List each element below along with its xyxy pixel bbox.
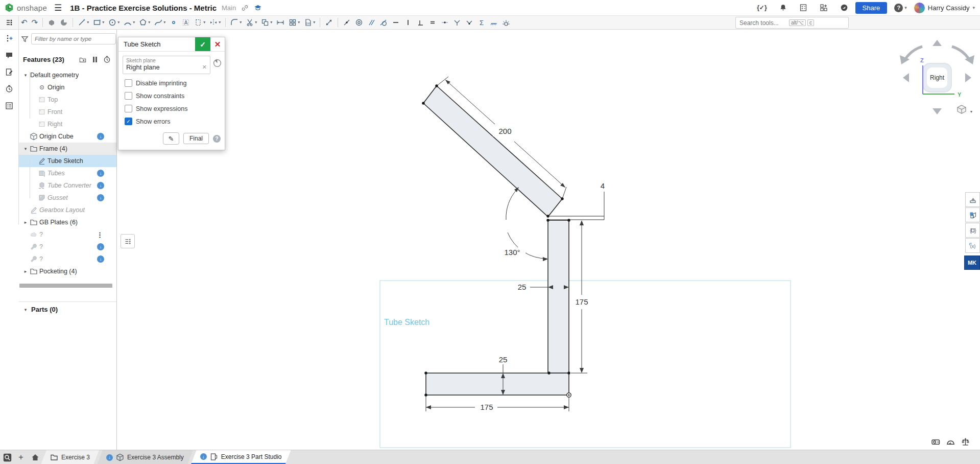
update-link-badge[interactable]: ↓ bbox=[97, 133, 104, 140]
update-link-badge[interactable]: ↓ bbox=[97, 256, 104, 263]
suppress-rollback-icon[interactable] bbox=[93, 57, 97, 62]
feature-item-item[interactable]: ?↓ bbox=[19, 241, 116, 253]
home-tab-button[interactable] bbox=[28, 450, 43, 464]
dimension-end-offset[interactable]: 4 bbox=[601, 181, 605, 190]
display-states-button[interactable]: {} bbox=[965, 223, 980, 238]
filter-funnel-icon[interactable] bbox=[21, 35, 29, 43]
spline-tool[interactable]: ▾ bbox=[153, 16, 167, 29]
bom-panel-button[interactable] bbox=[0, 98, 18, 113]
dimension-angle[interactable]: 130° bbox=[504, 248, 520, 257]
circle-caret-icon[interactable]: ▾ bbox=[117, 20, 119, 25]
feature-item-pocketing-4[interactable]: ▸Pocketing (4) bbox=[19, 265, 116, 277]
feature-caret-icon[interactable]: ▸ bbox=[22, 269, 29, 274]
tab-exercise-3[interactable]: Exercise 3 bbox=[41, 450, 99, 464]
tree-scrollbar[interactable] bbox=[19, 284, 112, 288]
history-panel-button[interactable] bbox=[0, 81, 18, 97]
mkcad-app-button[interactable]: MK bbox=[964, 256, 980, 270]
text-tool[interactable]: A bbox=[180, 16, 192, 29]
versions-icon[interactable]: {✓} bbox=[757, 4, 767, 11]
use-tool[interactable]: ▾ bbox=[259, 16, 274, 29]
arc-tool[interactable]: ▾ bbox=[122, 16, 136, 29]
discover-icon[interactable] bbox=[840, 4, 848, 12]
tab-search-button[interactable] bbox=[0, 450, 14, 464]
checkbox-box[interactable]: ✓ bbox=[125, 118, 132, 125]
mirror-tool[interactable]: ▾ bbox=[208, 16, 222, 29]
feature-item-gb-plates-6[interactable]: ▸GB Plates (6) bbox=[19, 216, 116, 228]
mate-connector-icon[interactable] bbox=[213, 59, 222, 67]
feature-caret-icon[interactable]: ▾ bbox=[22, 73, 29, 78]
help-menu[interactable]: ? ▾ bbox=[894, 4, 907, 12]
pattern-tool[interactable]: ▾ bbox=[287, 16, 301, 29]
arc-caret-icon[interactable]: ▾ bbox=[133, 20, 135, 25]
undo-tool[interactable]: ↶ bbox=[19, 16, 29, 29]
pierce-tool[interactable] bbox=[464, 16, 475, 29]
mirror-caret-icon[interactable]: ▾ bbox=[219, 20, 221, 25]
circle-tool[interactable]: ▾ bbox=[107, 16, 121, 29]
checkbox-show-errors[interactable]: ✓Show errors bbox=[125, 118, 225, 125]
feature-caret-icon[interactable]: ▾ bbox=[22, 146, 29, 151]
update-link-badge[interactable]: ↓ bbox=[97, 182, 104, 189]
coincident-tool[interactable] bbox=[341, 16, 352, 29]
feature-item-frame-4[interactable]: ▾Frame (4) bbox=[19, 143, 116, 155]
vertical-tube[interactable] bbox=[548, 220, 569, 373]
feature-item-default-geometry[interactable]: ▾Default geometry bbox=[19, 69, 116, 81]
parts-header[interactable]: ▾ Parts (0) bbox=[22, 306, 58, 313]
fillet-tool[interactable]: ▾ bbox=[229, 16, 243, 29]
learning-cap-icon[interactable] bbox=[254, 4, 262, 12]
clear-selection-icon[interactable]: ✕ bbox=[202, 64, 207, 71]
checkbox-box[interactable] bbox=[125, 105, 132, 112]
tape-measure-icon[interactable] bbox=[931, 437, 940, 446]
feature-item-right[interactable]: Right bbox=[19, 118, 116, 130]
tangent-tool[interactable] bbox=[378, 16, 389, 29]
view-rotate-left-icon[interactable] bbox=[903, 73, 909, 82]
feature-caret-icon[interactable]: ▸ bbox=[22, 220, 29, 225]
export-dxf-caret-icon[interactable]: ▾ bbox=[313, 20, 315, 25]
line-caret-icon[interactable]: ▾ bbox=[87, 20, 89, 25]
comment-panel-button[interactable] bbox=[0, 48, 18, 63]
update-link-badge[interactable]: ↓ bbox=[97, 194, 104, 201]
final-button[interactable]: Final bbox=[183, 133, 209, 144]
construction-caret-icon[interactable]: ▾ bbox=[203, 20, 205, 25]
dimension-angled-length[interactable]: 200 bbox=[498, 127, 511, 135]
canvas-outline-button[interactable] bbox=[121, 234, 135, 248]
spline-caret-icon[interactable]: ▾ bbox=[163, 20, 165, 25]
rollback-clock-icon[interactable] bbox=[103, 56, 111, 63]
update-link-badge[interactable]: ↓ bbox=[97, 170, 104, 177]
use-caret-icon[interactable]: ▾ bbox=[270, 20, 272, 25]
redo-tool[interactable]: ↷ bbox=[30, 16, 40, 29]
view-rotate-up-icon[interactable] bbox=[933, 40, 942, 46]
sum-tool[interactable]: Σ bbox=[476, 16, 487, 29]
onshape-logo[interactable]: onshape bbox=[4, 3, 47, 13]
parallel-tool[interactable] bbox=[366, 16, 377, 29]
dialog-cancel-button[interactable]: ✕ bbox=[210, 37, 225, 51]
checkbox-show-constraints[interactable]: Show constraints bbox=[125, 92, 225, 100]
bottom-tube[interactable] bbox=[426, 373, 569, 395]
feature-item-top[interactable]: Top bbox=[19, 94, 116, 106]
sketch-canvas-label[interactable]: Tube Sketch bbox=[384, 318, 429, 327]
trim-tool[interactable]: ▾ bbox=[244, 16, 258, 29]
notes-panel-button[interactable] bbox=[0, 64, 18, 80]
new-folder-icon[interactable] bbox=[79, 56, 87, 63]
view-options-cube-icon[interactable]: ▾ bbox=[958, 105, 972, 114]
insert-panel-button[interactable] bbox=[0, 31, 18, 46]
trim-caret-icon[interactable]: ▾ bbox=[255, 20, 257, 25]
checkbox-show-expressions[interactable]: Show expressions bbox=[125, 105, 225, 112]
tab-exercise-3-assembly[interactable]: ↓Exercise 3 Assembly bbox=[97, 450, 193, 464]
user-menu[interactable]: Harry Cassidy ▾ bbox=[914, 3, 975, 13]
construction-tool[interactable]: ▾ bbox=[193, 16, 207, 29]
new-tab-button[interactable]: + bbox=[14, 450, 28, 464]
search-tools-input[interactable] bbox=[738, 19, 787, 27]
feature-item-origin-cube[interactable]: Origin Cube↓ bbox=[19, 130, 116, 143]
export-dxf-tool[interactable]: DXF▾ bbox=[302, 16, 317, 29]
polygon-tool[interactable]: ▾ bbox=[137, 16, 152, 29]
link-icon[interactable] bbox=[241, 4, 249, 12]
rectangle-tool[interactable]: ▾ bbox=[91, 16, 106, 29]
feature-item-tubes[interactable]: Tubes↓ bbox=[19, 167, 116, 179]
variables-button[interactable]: (x) bbox=[965, 238, 980, 253]
feature-list-toggle-tool[interactable] bbox=[0, 16, 19, 29]
pattern-caret-icon[interactable]: ▾ bbox=[298, 20, 300, 25]
angled-tube[interactable] bbox=[423, 86, 562, 217]
dialog-accept-button[interactable]: ✓ bbox=[195, 37, 210, 51]
app-store-icon[interactable] bbox=[820, 4, 828, 12]
dimension-tube-width[interactable]: 25 bbox=[518, 283, 527, 291]
